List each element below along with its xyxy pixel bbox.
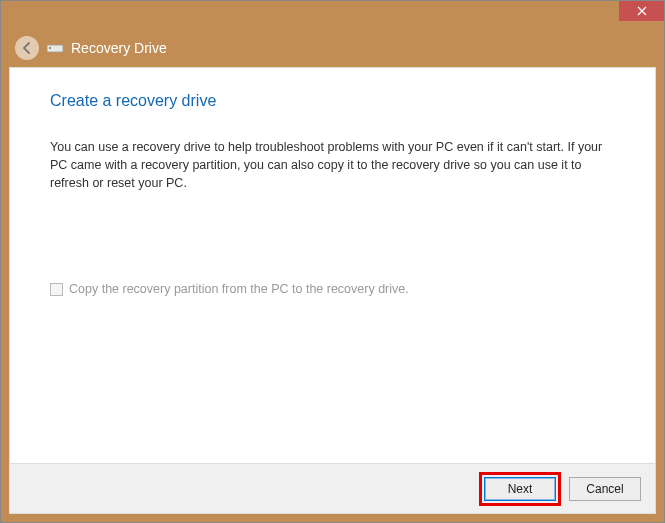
back-arrow-icon: [20, 41, 34, 55]
checkbox-row: Copy the recovery partition from the PC …: [50, 282, 615, 296]
content-body: Create a recovery drive You can use a re…: [10, 68, 655, 463]
copy-partition-checkbox[interactable]: [50, 283, 63, 296]
cancel-button[interactable]: Cancel: [569, 477, 641, 501]
header: Recovery Drive: [1, 29, 664, 67]
next-button-highlight: Next: [479, 472, 561, 506]
wizard-window: Recovery Drive Create a recovery drive Y…: [0, 0, 665, 523]
next-button[interactable]: Next: [484, 477, 556, 501]
footer: Next Cancel: [10, 463, 655, 513]
content-area: Create a recovery drive You can use a re…: [9, 67, 656, 514]
titlebar: [1, 1, 664, 29]
description-text: You can use a recovery drive to help tro…: [50, 138, 615, 192]
svg-rect-3: [49, 47, 51, 49]
back-button[interactable]: [15, 36, 39, 60]
drive-icon: [47, 42, 63, 54]
close-icon: [637, 6, 647, 16]
checkbox-label: Copy the recovery partition from the PC …: [69, 282, 409, 296]
window-title: Recovery Drive: [71, 40, 167, 56]
close-button[interactable]: [619, 1, 664, 21]
page-heading: Create a recovery drive: [50, 92, 615, 110]
